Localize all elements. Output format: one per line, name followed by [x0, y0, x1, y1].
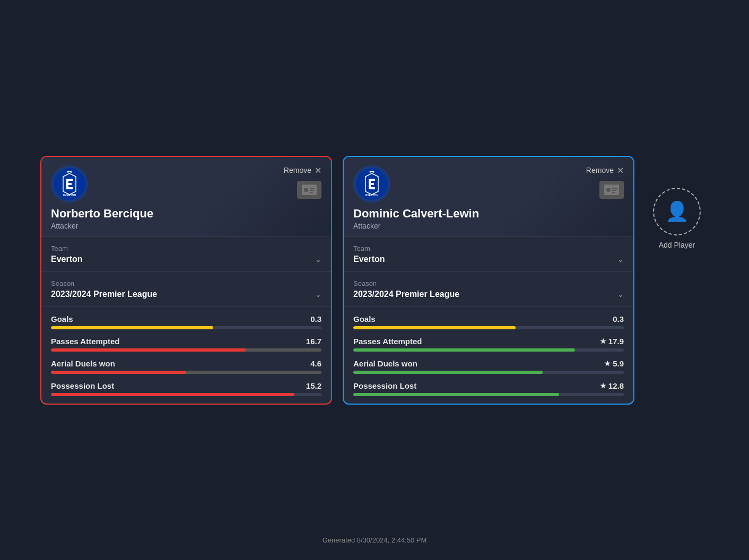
svg-point-11 — [373, 171, 374, 172]
season-value-row: 2023/2024 Premier League ⌄ — [51, 290, 321, 299]
add-player-label: Add Player — [659, 241, 695, 249]
remove-button[interactable]: Remove ✕ — [586, 165, 624, 176]
stat-header: Possession Lost ★12.8 — [353, 381, 624, 390]
stat-value: 16.7 — [306, 337, 321, 346]
player-position: Attacker — [51, 222, 321, 230]
club-logo: EVERTON — [51, 165, 88, 203]
svg-point-14 — [606, 188, 611, 192]
header-right: Remove ✕ — [284, 165, 321, 199]
stat-row: Aerial Duels won ★5.9 — [353, 359, 624, 374]
player-position: Attacker — [353, 222, 624, 230]
stat-name: Passes Attempted — [51, 337, 120, 346]
player-card: EVERTON Remove ✕ — [343, 156, 634, 405]
card-header: EVERTON Remove ✕ — [344, 157, 633, 237]
stat-row: Passes Attempted ★17.9 — [353, 337, 624, 352]
team-section: Team Everton ⌄ — [344, 237, 633, 272]
stat-bar-dual — [51, 348, 321, 352]
stat-header: Passes Attempted ★17.9 — [353, 337, 624, 346]
stat-bar-container — [353, 348, 624, 352]
stat-value: 0.3 — [613, 314, 624, 323]
team-label: Team — [353, 244, 624, 252]
team-section: Team Everton ⌄ — [41, 237, 331, 272]
card-header: EVERTON Remove ✕ — [41, 157, 331, 237]
svg-point-5 — [304, 188, 308, 192]
id-card-icon — [297, 181, 321, 199]
stat-row: Passes Attempted 16.7 — [51, 337, 321, 352]
svg-point-1 — [67, 171, 69, 172]
chevron-down-icon[interactable]: ⌄ — [315, 290, 321, 299]
chevron-down-icon[interactable]: ⌄ — [617, 255, 624, 264]
stat-header: Aerial Duels won 4.6 — [51, 359, 321, 368]
svg-rect-17 — [612, 192, 615, 193]
stat-name: Aerial Duels won — [51, 359, 115, 368]
stat-name: Possession Lost — [51, 381, 114, 390]
header-right: Remove ✕ — [586, 165, 624, 199]
stat-row: Goals 0.3 — [51, 314, 321, 329]
svg-text:EVERTON: EVERTON — [63, 194, 76, 197]
close-icon: ✕ — [617, 165, 624, 176]
chevron-down-icon[interactable]: ⌄ — [315, 255, 321, 264]
header-top-row: EVERTON Remove ✕ — [353, 165, 624, 203]
team-label: Team — [51, 244, 321, 252]
season-label: Season — [353, 279, 624, 287]
remove-label: Remove — [586, 166, 614, 174]
id-card-icon — [599, 181, 624, 199]
svg-rect-8 — [310, 192, 313, 193]
stat-value: 15.2 — [306, 381, 321, 390]
person-silhouette-icon: 👤 — [665, 200, 689, 223]
footer-text: Generated 8/30/2024, 2:44:50 PM — [323, 536, 427, 544]
svg-rect-7 — [310, 190, 314, 191]
stat-value: ★17.9 — [600, 337, 624, 346]
team-value: Everton — [353, 255, 385, 264]
team-value: Everton — [51, 255, 83, 264]
stat-name: Possession Lost — [353, 381, 416, 390]
season-section: Season 2023/2024 Premier League ⌄ — [344, 272, 633, 307]
header-top-row: EVERTON Remove ✕ — [51, 165, 321, 203]
player-name: Norberto Bercique — [51, 207, 321, 221]
stat-bar-dual — [51, 371, 321, 374]
remove-button[interactable]: Remove ✕ — [284, 165, 321, 176]
stats-section: Goals 0.3 Passes Attempted ★17.9 — [344, 307, 633, 404]
star-icon: ★ — [600, 337, 606, 345]
stat-value: ★5.9 — [604, 359, 624, 368]
season-section: Season 2023/2024 Premier League ⌄ — [41, 272, 331, 307]
stat-header: Passes Attempted 16.7 — [51, 337, 321, 346]
stat-bar-container — [51, 393, 321, 396]
chevron-down-icon[interactable]: ⌄ — [617, 290, 624, 299]
stat-row: Goals 0.3 — [353, 314, 624, 329]
team-value-row: Everton ⌄ — [353, 255, 624, 264]
add-player-container[interactable]: 👤 Add Player — [645, 188, 709, 249]
stat-bar-container — [353, 393, 624, 396]
svg-text:EVERTON: EVERTON — [365, 194, 378, 197]
stat-value: ★12.8 — [600, 381, 624, 390]
stats-section: Goals 0.3 Passes Attempted 16.7 — [41, 307, 331, 404]
add-player-circle[interactable]: 👤 — [653, 188, 701, 235]
stat-header: Aerial Duels won ★5.9 — [353, 359, 624, 368]
stat-header: Goals 0.3 — [51, 314, 321, 323]
team-value-row: Everton ⌄ — [51, 255, 321, 264]
star-icon: ★ — [604, 360, 611, 368]
stat-row: Possession Lost ★12.8 — [353, 381, 624, 396]
stat-bar-container — [353, 326, 624, 329]
player-card: EVERTON Remove ✕ — [40, 156, 332, 405]
stat-bar-container — [51, 326, 321, 329]
stat-name: Aerial Duels won — [353, 359, 417, 368]
stat-name: Goals — [51, 314, 73, 323]
stat-value: 4.6 — [310, 359, 321, 368]
season-value: 2023/2024 Premier League — [353, 290, 459, 299]
star-icon: ★ — [600, 382, 606, 390]
svg-rect-15 — [612, 188, 617, 189]
close-icon: ✕ — [315, 165, 321, 176]
svg-rect-6 — [310, 188, 315, 189]
player-name: Dominic Calvert-Lewin — [353, 207, 624, 221]
season-value-row: 2023/2024 Premier League ⌄ — [353, 290, 624, 299]
season-value: 2023/2024 Premier League — [51, 290, 157, 299]
stat-row: Aerial Duels won 4.6 — [51, 359, 321, 374]
stat-name: Passes Attempted — [353, 337, 422, 346]
cards-container: EVERTON Remove ✕ — [30, 145, 719, 415]
stat-value: 0.3 — [310, 314, 321, 323]
svg-point-2 — [71, 171, 72, 172]
stat-bar-container — [353, 371, 624, 374]
stat-header: Possession Lost 15.2 — [51, 381, 321, 390]
stat-name: Goals — [353, 314, 376, 323]
